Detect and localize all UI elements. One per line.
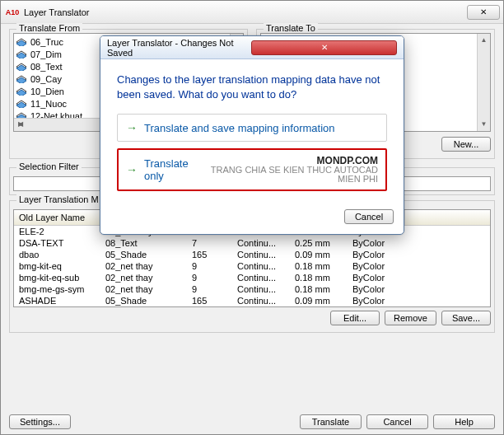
layer-name: 08_Text — [30, 62, 63, 72]
table-cell: ByColor — [348, 272, 405, 283]
layer-icon — [16, 87, 27, 96]
table-cell: Continu... — [232, 260, 290, 272]
arrow-icon: → — [126, 163, 138, 176]
scroll-right-icon[interactable]: ▶ — [14, 119, 27, 131]
layer-name: 06_Truc — [30, 37, 63, 47]
dialog-cancel-button[interactable]: Cancel — [344, 209, 394, 224]
layer-icon — [16, 63, 27, 71]
scroll-up-icon[interactable]: ▲ — [478, 34, 490, 47]
table-cell: bmg-kit-eq-sub — [14, 272, 100, 283]
layer-name: 11_Nuoc — [30, 99, 67, 109]
layer-translator-window: A10 Layer Translator ✕ From Translate Fr… — [0, 0, 504, 435]
table-cell: 02_net thay — [100, 260, 187, 272]
table-cell: ByColor — [348, 249, 405, 260]
layer-icon — [16, 75, 27, 83]
table-cell: 05_Shade — [100, 249, 187, 260]
close-button[interactable]: ✕ — [467, 5, 500, 20]
arrow-icon: → — [126, 121, 138, 134]
table-cell: Continu... — [232, 237, 290, 249]
table-cell: 0.25 mm — [290, 237, 348, 249]
table-row[interactable]: bmg-kit-eq-sub02_net thay9Continu...0.18… — [14, 272, 490, 283]
table-cell: 165 — [187, 295, 232, 306]
table-row[interactable]: dbao05_Shade165Continu...0.09 mmByColor — [14, 249, 490, 260]
table-cell: 05_Shade — [100, 295, 187, 306]
table-cell: 0.09 mm — [290, 249, 348, 260]
table-cell: 08_Text — [100, 237, 187, 249]
table-cell: 02_net thay — [100, 283, 187, 295]
table-cell: 0.18 mm — [290, 272, 348, 283]
table-cell: ByColor — [348, 283, 405, 295]
cancel-button[interactable]: Cancel — [366, 414, 428, 429]
column-header[interactable]: Old Layer Name — [14, 210, 100, 225]
dialog-message: Changes to the layer translation mapping… — [117, 72, 387, 102]
translate-to-label: Translate To — [264, 23, 318, 33]
table-cell: 7 — [187, 237, 232, 249]
table-cell: Continu... — [232, 249, 290, 260]
table-cell: ByColor — [348, 260, 405, 272]
table-body: ELE-202_net thay9Continu...0.18 mmByColo… — [14, 226, 490, 306]
layer-translation-mappings-label: Layer Translation M — [16, 194, 101, 204]
table-cell: ASHADE — [14, 295, 100, 306]
layer-icon — [16, 38, 27, 46]
table-cell: ELE-2 — [14, 226, 100, 237]
option-label: Translate only — [144, 157, 199, 182]
table-cell: ByColor — [348, 295, 405, 306]
layer-icon — [16, 50, 27, 58]
table-cell: Continu... — [232, 295, 290, 306]
table-cell: Continu... — [232, 272, 290, 283]
save-button[interactable]: Save... — [441, 311, 491, 325]
dialog-titlebar: Layer Translator - Changes Not Saved ✕ — [100, 36, 404, 59]
changes-not-saved-dialog: Layer Translator - Changes Not Saved ✕ C… — [100, 35, 404, 235]
settings-button[interactable]: Settings... — [9, 414, 71, 429]
dialog-close-button[interactable]: ✕ — [251, 40, 397, 55]
edit-button[interactable]: Edit... — [330, 311, 380, 325]
footer: Settings... Translate Cancel Help — [9, 414, 495, 429]
table-cell: dbao — [14, 249, 100, 260]
scroll-down-icon[interactable]: ▼ — [478, 118, 490, 131]
scrollbar-vertical[interactable]: ▲ ▼ — [477, 34, 490, 131]
remove-button[interactable]: Remove — [385, 311, 436, 325]
layer-icon — [16, 100, 27, 108]
new-button[interactable]: New... — [441, 137, 491, 152]
table-cell: 0.18 mm — [290, 283, 348, 295]
dialog-title: Layer Translator - Changes Not Saved — [107, 38, 251, 58]
table-row[interactable]: bmg-me-gs-sym02_net thay9Continu...0.18 … — [14, 283, 490, 295]
selection-filter-label: Selection Filter — [16, 161, 82, 171]
table-cell: 9 — [187, 283, 232, 295]
table-cell: bmg-kit-eq — [14, 260, 100, 272]
option-translate-and-save[interactable]: → Translate and save mapping information — [117, 114, 387, 142]
table-row[interactable]: bmg-kit-eq02_net thay9Continu...0.18 mmB… — [14, 260, 490, 272]
option-translate-only[interactable]: → Translate only MONDP.COM TRANG CHIA SE… — [117, 148, 387, 191]
table-cell: 9 — [187, 260, 232, 272]
translate-button[interactable]: Translate — [300, 414, 362, 429]
app-icon: A10 — [6, 6, 19, 19]
help-button[interactable]: Help — [433, 414, 495, 429]
titlebar: A10 Layer Translator ✕ — [1, 1, 503, 24]
table-cell: 0.09 mm — [290, 295, 348, 306]
table-cell: 02_net thay — [100, 272, 187, 283]
layer-name: 10_Dien — [30, 87, 64, 96]
table-cell: bmg-me-gs-sym — [14, 283, 100, 295]
table-cell: Continu... — [232, 283, 290, 295]
watermark: MONDP.COM TRANG CHIA SE KIEN THUC AUTOCA… — [206, 156, 378, 184]
layer-name: 07_Dim — [30, 49, 62, 59]
table-cell: DSA-TEXT — [14, 237, 100, 249]
table-cell: 9 — [187, 272, 232, 283]
table-cell: 165 — [187, 249, 232, 260]
table-row[interactable]: ASHADE05_Shade165Continu...0.09 mmByColo… — [14, 295, 490, 306]
layer-name: 09_Cay — [30, 74, 62, 84]
translate-from-label-text: Translate From — [16, 23, 82, 33]
table-cell: ByColor — [348, 237, 405, 249]
window-title: Layer Translator — [24, 7, 467, 17]
table-cell: 0.18 mm — [290, 260, 348, 272]
option-label: Translate and save mapping information — [144, 122, 334, 134]
table-row[interactable]: DSA-TEXT08_Text7Continu...0.25 mmByColor — [14, 237, 490, 249]
